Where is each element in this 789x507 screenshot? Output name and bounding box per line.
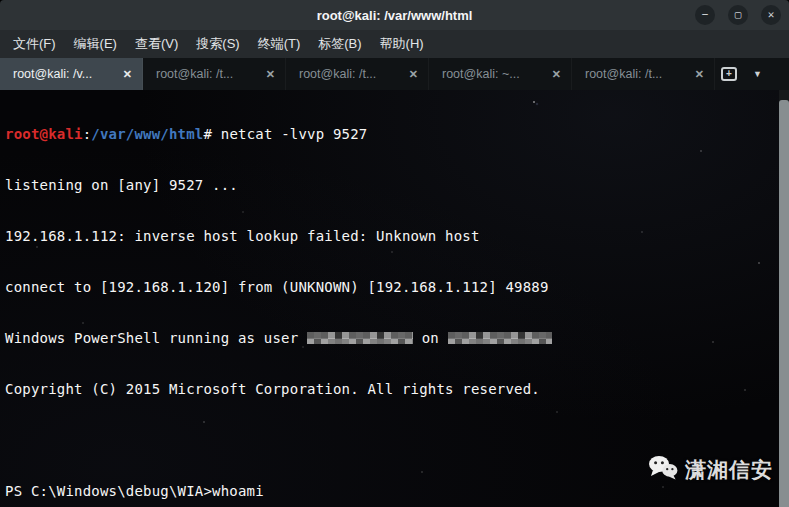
menu-bar: 文件(F) 编辑(E) 查看(V) 搜索(S) 终端(T) 标签(B) 帮助(H… xyxy=(0,30,789,58)
tab-close-icon[interactable]: ✕ xyxy=(117,66,142,83)
banner-middle: on xyxy=(413,330,448,346)
tab-label: root@kali: ~... xyxy=(442,67,546,81)
terminal-line: connect to [192.168.1.120] from (UNKNOWN… xyxy=(5,279,779,296)
tab-1-active[interactable]: root@kali: /v... ✕ xyxy=(0,58,143,90)
prompt-command: netcat -lvvp 9527 xyxy=(221,126,368,142)
prompt-path: /var/www/html xyxy=(91,126,203,142)
tab-4[interactable]: root@kali: ~... ✕ xyxy=(429,58,572,90)
menu-help[interactable]: 帮助(H) xyxy=(371,31,433,57)
tab-list-dropdown-icon[interactable]: ▼ xyxy=(753,69,766,79)
tab-close-icon[interactable]: ✕ xyxy=(546,66,571,83)
window-titlebar[interactable]: root@kali: /var/www/html − ▢ ✕ xyxy=(0,0,789,30)
watermark: 潇湘信安 xyxy=(648,455,773,484)
window-title: root@kali: /var/www/html xyxy=(317,8,473,23)
powershell-banner-line: Windows PowerShell running as user on xyxy=(5,330,779,347)
redacted-hostname-mosaic xyxy=(448,332,552,344)
redacted-username-mosaic xyxy=(307,332,413,344)
maximize-button[interactable]: ▢ xyxy=(728,5,748,25)
tab-3[interactable]: root@kali: /t... ✕ xyxy=(286,58,429,90)
window-controls: − ▢ ✕ xyxy=(695,5,781,25)
tab-close-icon[interactable]: ✕ xyxy=(260,66,285,83)
menu-view[interactable]: 查看(V) xyxy=(126,31,187,57)
terminal-line: PS C:\Windows\debug\WIA>whoami xyxy=(5,483,779,500)
close-button[interactable]: ✕ xyxy=(761,5,781,25)
terminal-prompt-line: root@kali:/var/www/html# netcat -lvvp 95… xyxy=(5,126,779,143)
menu-edit[interactable]: 编辑(E) xyxy=(65,31,126,57)
new-tab-icon[interactable]: + xyxy=(721,67,737,81)
tab-label: root@kali: /v... xyxy=(13,67,117,81)
menu-file[interactable]: 文件(F) xyxy=(4,31,65,57)
menu-search[interactable]: 搜索(S) xyxy=(187,31,248,57)
terminal-line: Copyright (C) 2015 Microsoft Corporation… xyxy=(5,381,779,398)
tab-bar: root@kali: /v... ✕ root@kali: /t... ✕ ro… xyxy=(0,58,789,90)
tab-actions: + ▼ xyxy=(721,58,766,90)
tab-label: root@kali: /t... xyxy=(156,67,260,81)
menu-tabs[interactable]: 标签(B) xyxy=(309,31,370,57)
minimize-button[interactable]: − xyxy=(695,5,715,25)
banner-prefix: Windows PowerShell running as user xyxy=(5,330,307,346)
tab-label: root@kali: /t... xyxy=(585,67,689,81)
terminal-line xyxy=(5,432,779,449)
watermark-text: 潇湘信安 xyxy=(685,456,773,484)
tab-close-icon[interactable]: ✕ xyxy=(689,66,714,83)
scrollbar-thumb[interactable] xyxy=(779,100,789,507)
wechat-icon xyxy=(648,455,678,484)
tab-label: root@kali: /t... xyxy=(299,67,403,81)
terminal-viewport[interactable]: root@kali:/var/www/html# netcat -lvvp 95… xyxy=(0,90,789,507)
tab-close-icon[interactable]: ✕ xyxy=(403,66,428,83)
terminal-text: root@kali:/var/www/html# netcat -lvvp 95… xyxy=(0,90,779,507)
terminal-line: 192.168.1.112: inverse host lookup faile… xyxy=(5,228,779,245)
tab-5[interactable]: root@kali: /t... ✕ xyxy=(572,58,715,90)
prompt-user-host: root@kali xyxy=(5,126,83,142)
terminal-scrollbar xyxy=(779,90,789,507)
menu-terminal[interactable]: 终端(T) xyxy=(249,31,310,57)
prompt-hash: # xyxy=(204,126,221,142)
terminal-line: listening on [any] 9527 ... xyxy=(5,177,779,194)
tab-2[interactable]: root@kali: /t... ✕ xyxy=(143,58,286,90)
